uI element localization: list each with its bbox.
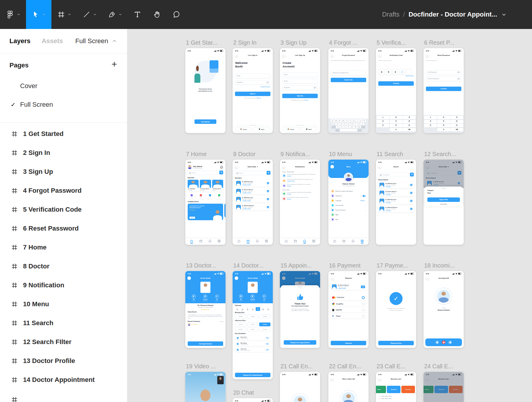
span: 80+Patients <box>239 294 243 302</box>
text-tool[interactable] <box>128 0 147 29</box>
layer-item-2-sign-in[interactable]: 2 Sign In <box>0 143 127 162</box>
tab-assets[interactable]: Assets <box>42 37 63 45</box>
notification-item: Your weekly health summary is ready to c… <box>282 197 318 200</box>
canvas-frame-3-sign-up[interactable]: 9:41←Let's Sign UpCreateAccount!NameEmai… <box>280 48 320 133</box>
frame-label-9-notifica[interactable]: 9 Notifica... <box>280 151 310 158</box>
canvas-frame-8-doctor[interactable]: 9:41←Select DateSearchSpecialistDr. Mahb… <box>233 160 273 245</box>
el-ic <box>261 161 270 163</box>
person-photo <box>293 395 306 402</box>
shape-tool[interactable] <box>77 0 102 29</box>
canvas-frame-16-payment[interactable]: 9:41←PaymentDr. Rowsol AhmedCardiologist… <box>328 271 369 348</box>
main-menu[interactable] <box>0 0 26 29</box>
canvas-frame-24-call-e[interactable]: 9:41←Become a proBasicStandardPremium <box>424 372 464 402</box>
canvas-frame-10-menu[interactable]: 9:41←MenuKawsar Ahmedkawsar.cse.jnu@gmai… <box>328 160 369 245</box>
canvas-frame-21-call-en[interactable]: 9:41 <box>280 372 320 402</box>
layer-item-12-search-filter[interactable]: 12 Search FIlter <box>0 333 127 351</box>
canvas-frame-18-incomi[interactable]: 9:41←Incoming CallCallingRowsol Ahmed <box>424 271 464 348</box>
layer-item-13-doctor-profile[interactable]: 13 Doctor Profile <box>0 351 127 370</box>
canvas-frame-6-reset-p[interactable]: 9:41←Reset PasswordEnter a new passwordN… <box>424 48 464 133</box>
layer-item-partial[interactable] <box>0 389 127 402</box>
page-item-cover[interactable]: Cover <box>0 77 127 95</box>
div <box>185 85 226 87</box>
frame-label-22-call-en[interactable]: 22 Call En... <box>329 363 361 370</box>
frame-label-15-appoin[interactable]: 15 Appoin... <box>280 262 312 269</box>
canvas-frame-19-video[interactable]: 9:41 <box>185 372 226 402</box>
canvas-frame-1-get-star[interactable]: 9:41Find the best doctorand medicine for… <box>185 48 226 133</box>
wifi-icon <box>312 273 314 275</box>
layer-item-1-get-started[interactable]: 1 Get Started <box>0 124 127 143</box>
canvas-frame-14-doctor[interactable]: 9:41←Doctor Detail80+Patients10 yearsExp… <box>233 271 273 379</box>
frame-icon <box>11 244 18 251</box>
breadcrumb-folder[interactable]: Drafts <box>382 11 400 18</box>
canvas-frame-5-verifica[interactable]: 9:41←Verification CodeEnter the code we … <box>376 48 416 133</box>
layer-item-8-doctor[interactable]: 8 Doctor <box>0 257 127 276</box>
hand-tool[interactable] <box>147 0 167 29</box>
canvas-frame-20-chat[interactable]: 9:41 <box>233 398 273 402</box>
canvas-frame-22-call-en[interactable]: 9:41←After a video call <box>328 372 369 402</box>
canvas-frame-23-call-e[interactable]: 9:41←Become a proBasicStandardPremium✓7-… <box>376 372 416 402</box>
frame-label-19-video[interactable]: 19 Video ... <box>186 363 216 370</box>
frame-label-21-call-en[interactable]: 21 Call En... <box>280 363 313 370</box>
canvas-frame-4-forgot[interactable]: 9:41←Forgot PasswordWe need your registr… <box>328 48 369 133</box>
circle <box>112 14 113 14</box>
mini-status-bar: 9:41 <box>328 271 369 275</box>
status-time: 9:41 <box>282 161 286 163</box>
canvas-frame-7-home[interactable]: 9:41Hey, KawsarLet's find your doctorSea… <box>185 160 226 245</box>
frame-label-8-doctor[interactable]: 8 Doctor <box>233 151 256 158</box>
frame-label-13-doctor[interactable]: 13 Doctor... <box>186 262 216 269</box>
tab-cal-icon <box>294 239 297 244</box>
canvas-frame-17-payme[interactable]: 9:41✓Your payment has successfully done.… <box>376 271 416 348</box>
rect <box>361 241 362 242</box>
canvas-frame-2-sign-in[interactable]: 9:41←Let's Sign InWelcomeBack!EmailPassw… <box>233 48 273 133</box>
canvas-frame-12-search[interactable]: 9:41←Select DateCardiologistRecent Searc… <box>424 160 464 245</box>
frame-tool[interactable] <box>51 0 77 29</box>
person-photo <box>200 180 211 188</box>
move-tool[interactable] <box>26 0 51 29</box>
frame-label-16-payment[interactable]: 16 Payment <box>329 262 361 269</box>
canvas-frame-11-search[interactable]: 9:41←SearchCardiologistRecent SearchDr. … <box>376 160 416 245</box>
tab-layers[interactable]: Layers <box>9 37 30 45</box>
frame-label-10-menu[interactable]: 10 Menu <box>329 151 352 158</box>
frame-label-17-payme[interactable]: 17 Payme... <box>377 262 408 269</box>
layer-item-4-forgot-password[interactable]: 4 Forgot Password <box>0 181 127 200</box>
frame-label-11-search[interactable]: 11 Search <box>377 151 403 158</box>
frame-label-3-sign-up[interactable]: 3 Sign Up <box>280 39 306 46</box>
document-title-dropdown[interactable]: Drafts / Docfinder - Doctor Appoint... <box>382 0 507 29</box>
frame-label-18-incomi[interactable]: 18 Incomi... <box>424 262 455 269</box>
current-page-selector[interactable]: Full Screen <box>75 37 117 45</box>
rect <box>8 11 10 13</box>
page-item-full-screen[interactable]: ✓Full Screen <box>0 95 127 114</box>
frame-label-12-search[interactable]: 12 Search... <box>424 151 456 158</box>
frame-label-24-call-e[interactable]: 24 Call E... <box>424 363 453 370</box>
add-page-button[interactable]: + <box>111 59 117 70</box>
el-nkey <box>377 128 389 132</box>
pen-tool[interactable] <box>102 0 128 29</box>
frame-label-14-doctor[interactable]: 14 Doctor... <box>233 262 263 269</box>
canvas-frame-13-doctor[interactable]: 9:41←Doctor Detail80+Patients10 yearsExp… <box>185 271 226 348</box>
canvas-frame-15-appoin[interactable]: 9:41←Doctor DetailThank You!Your Appoint… <box>280 271 320 348</box>
frame-label-20-chat[interactable]: 20 Chat <box>233 389 254 396</box>
layer-item-6-reset-password[interactable]: 6 Reset Password <box>0 219 127 238</box>
layer-item-10-menu[interactable]: 10 Menu <box>0 295 127 314</box>
layer-item-14-doctor-appointment[interactable]: 14 Doctor Appointment <box>0 370 127 389</box>
layer-item-5-verification-code[interactable]: 5 Verification Code <box>0 200 127 219</box>
frame-label-23-call-e[interactable]: 23 Call E... <box>377 363 406 370</box>
i <box>309 375 309 375</box>
chevron-down-icon[interactable] <box>501 11 507 18</box>
layer-item-3-sign-up[interactable]: 3 Sign Up <box>0 162 127 181</box>
design-canvas[interactable]: 1 Get Star... 9:41Find the best doctoran… <box>127 29 532 402</box>
comment-tool[interactable] <box>167 0 186 29</box>
canvas-frame-9-notifica[interactable]: 9:41←NotificationsToday - 30 Aug, 2023Yo… <box>280 160 320 245</box>
signal-icon <box>261 273 264 275</box>
frame-label-7-home[interactable]: 7 Home <box>186 151 207 158</box>
layer-item-11-search[interactable]: 11 Search <box>0 314 127 333</box>
layer-item-7-home[interactable]: 7 Home <box>0 238 127 257</box>
frame-label-2-sign-in[interactable]: 2 Sign In <box>233 39 257 46</box>
layer-item-9-notification[interactable]: 9 Notification <box>0 276 127 295</box>
frame-label-6-reset-p[interactable]: 6 Reset P... <box>424 39 454 46</box>
frame-label-5-verifica[interactable]: 5 Verifica... <box>377 39 406 46</box>
frame-label-4-forgot[interactable]: 4 Forgot ... <box>329 39 358 46</box>
frame-label-1-get-star[interactable]: 1 Get Star... <box>186 39 218 46</box>
status-time: 9:41 <box>378 273 382 275</box>
div <box>328 63 369 71</box>
